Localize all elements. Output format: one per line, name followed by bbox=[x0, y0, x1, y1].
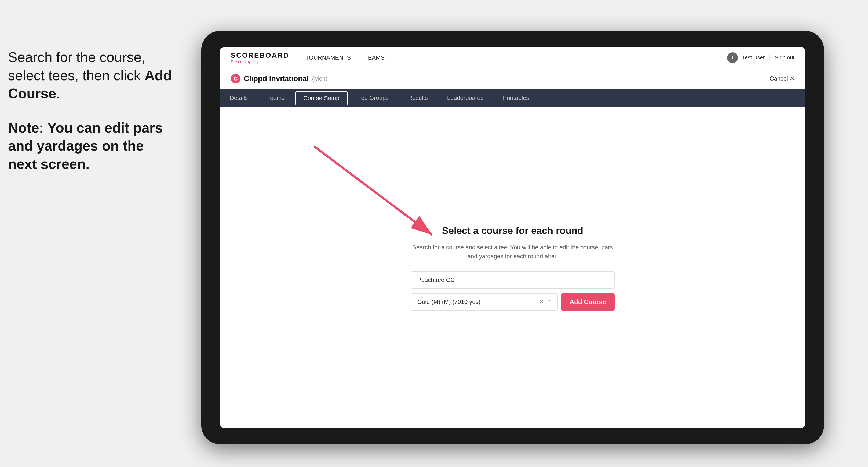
tab-course-setup[interactable]: Course Setup bbox=[295, 91, 348, 105]
main-content: Select a course for each round Search fo… bbox=[220, 107, 805, 428]
tournament-title-area: C Clippd Invitational (Men) bbox=[231, 74, 328, 84]
sign-out-link[interactable]: Sign out bbox=[775, 55, 795, 61]
instruction-note: Note: You can edit pars and yardages on … bbox=[8, 119, 175, 174]
tournament-icon: C bbox=[231, 74, 241, 84]
tab-leaderboards[interactable]: Leaderboards bbox=[437, 89, 493, 107]
tee-select-controls: ✕ ⌃ bbox=[539, 299, 551, 305]
tee-select-row: Gold (M) (M) (7010 yds) ✕ ⌃ Add Course bbox=[411, 293, 615, 311]
nav-left: SCOREBOARD Powered by clippd TOURNAMENTS… bbox=[231, 51, 384, 64]
card-title: Select a course for each round bbox=[411, 225, 615, 237]
tee-select-value: Gold (M) (M) (7010 yds) bbox=[417, 299, 480, 305]
instruction-panel: Search for the course, select tees, then… bbox=[8, 48, 175, 174]
instruction-main-text: Search for the course, select tees, then… bbox=[8, 48, 175, 103]
add-course-button[interactable]: Add Course bbox=[561, 293, 615, 311]
logo-subtitle: Powered by clippd bbox=[231, 60, 289, 64]
logo-area: SCOREBOARD Powered by clippd bbox=[231, 51, 289, 64]
user-avatar: T bbox=[727, 52, 738, 63]
cancel-button[interactable]: Cancel ✕ bbox=[770, 75, 795, 82]
chevron-down-icon: ⌃ bbox=[546, 299, 551, 305]
tablet-screen: SCOREBOARD Powered by clippd TOURNAMENTS… bbox=[220, 47, 805, 428]
nav-divider: | bbox=[769, 55, 770, 61]
tab-tee-groups[interactable]: Tee Groups bbox=[349, 89, 399, 107]
close-icon: ✕ bbox=[789, 75, 795, 82]
clear-icon[interactable]: ✕ bbox=[539, 299, 544, 305]
tournament-header: C Clippd Invitational (Men) Cancel ✕ bbox=[220, 68, 805, 89]
tab-results[interactable]: Results bbox=[398, 89, 437, 107]
tournament-name: Clippd Invitational bbox=[244, 74, 309, 83]
tournament-badge: (Men) bbox=[312, 75, 328, 82]
nav-tournaments[interactable]: TOURNAMENTS bbox=[305, 54, 351, 61]
course-select-card: Select a course for each round Search fo… bbox=[411, 225, 615, 311]
logo-title: SCOREBOARD bbox=[231, 51, 289, 60]
sub-nav: Details Teams Course Setup Tee Groups Re… bbox=[220, 89, 805, 107]
card-description: Search for a course and select a tee. Yo… bbox=[411, 243, 615, 260]
tab-details[interactable]: Details bbox=[220, 89, 257, 107]
nav-right: T Test User | Sign out bbox=[727, 52, 795, 63]
tee-select-dropdown[interactable]: Gold (M) (M) (7010 yds) ✕ ⌃ bbox=[411, 293, 558, 311]
tab-printables[interactable]: Printables bbox=[493, 89, 539, 107]
instruction-bold: Add Course bbox=[8, 68, 172, 101]
top-nav: SCOREBOARD Powered by clippd TOURNAMENTS… bbox=[220, 47, 805, 68]
nav-teams[interactable]: TEAMS bbox=[364, 54, 384, 61]
nav-links: TOURNAMENTS TEAMS bbox=[305, 54, 384, 61]
user-name-label: Test User bbox=[742, 55, 765, 61]
course-search-input[interactable] bbox=[411, 271, 615, 288]
tab-teams[interactable]: Teams bbox=[257, 89, 294, 107]
tablet-device: SCOREBOARD Powered by clippd TOURNAMENTS… bbox=[201, 31, 824, 444]
